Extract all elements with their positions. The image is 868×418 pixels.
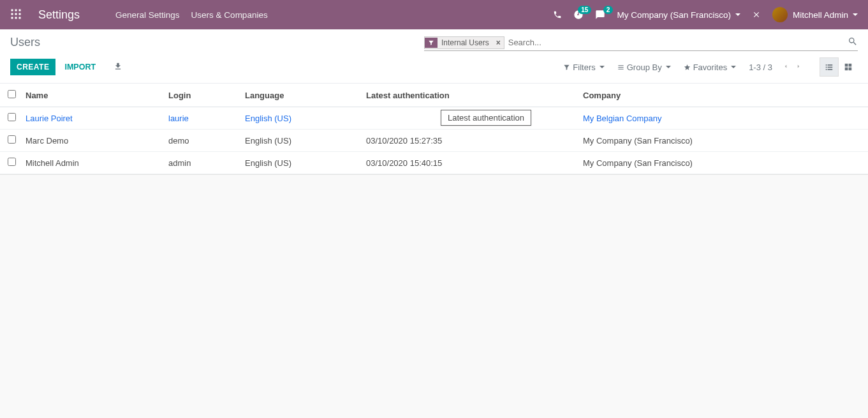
row-checkbox-cell — [0, 152, 23, 174]
cp-tools: Filters Group By Favorites 1-3 / 3 — [563, 57, 858, 77]
export-icon[interactable] — [114, 62, 122, 73]
nav-right: 15 2 My Company (San Francisco) Mitchell… — [553, 7, 858, 22]
facet-label: Internal Users — [438, 37, 493, 49]
svg-rect-8 — [19, 17, 21, 19]
nav-left: Settings General Settings Users & Compan… — [10, 8, 268, 22]
cell-latest-auth[interactable]: 03/10/2020 15:40:15 — [361, 152, 578, 174]
cp-row-bottom: CREATE IMPORT Filters Group By Favorites — [0, 54, 868, 83]
svg-rect-12 — [849, 68, 852, 71]
svg-rect-5 — [19, 13, 21, 15]
header-language[interactable]: Language — [240, 84, 361, 107]
activity-icon[interactable]: 15 — [573, 10, 584, 20]
svg-rect-4 — [15, 13, 17, 15]
table-bottom-border — [0, 174, 868, 175]
cell-name[interactable]: Laurie Poiret — [23, 107, 163, 130]
groupby-label: Group By — [627, 63, 662, 72]
user-menu[interactable]: Mitchell Admin — [772, 7, 858, 22]
svg-rect-7 — [15, 17, 17, 19]
search-facet: Internal Users × — [424, 36, 504, 49]
app-brand[interactable]: Settings — [38, 8, 80, 22]
filters-dropdown[interactable]: Filters — [563, 63, 604, 72]
avatar — [772, 7, 788, 22]
search-wrap: Internal Users × — [424, 36, 858, 51]
cell-login[interactable]: laurie — [163, 107, 240, 130]
users-table: Name Login Language Latest authenticatio… — [0, 84, 868, 174]
table-row[interactable]: Marc DemodemoEnglish (US)03/10/2020 15:2… — [0, 130, 868, 152]
import-button[interactable]: IMPORT — [58, 59, 102, 75]
svg-rect-6 — [11, 17, 13, 19]
row-checkbox[interactable] — [8, 135, 16, 144]
activity-badge: 15 — [578, 6, 591, 14]
row-checkbox-cell — [0, 107, 23, 130]
table-row[interactable]: Laurie PoiretlaurieEnglish (US)Latest au… — [0, 107, 868, 130]
row-checkbox-cell — [0, 130, 23, 152]
cell-language[interactable]: English (US) — [240, 152, 361, 174]
menu-general-settings[interactable]: General Settings — [115, 10, 180, 20]
pager-next[interactable] — [795, 62, 802, 73]
view-kanban-button[interactable] — [839, 57, 858, 77]
navbar: Settings General Settings Users & Compan… — [0, 0, 868, 29]
svg-rect-10 — [849, 64, 852, 67]
caret-down-icon — [853, 13, 858, 16]
header-company[interactable]: Company — [578, 84, 868, 107]
cell-language[interactable]: English (US) — [240, 107, 361, 130]
header-name[interactable]: Name — [23, 84, 163, 107]
svg-rect-1 — [15, 9, 17, 11]
apps-icon[interactable] — [10, 8, 22, 22]
nav-menu: General Settings Users & Companies — [115, 10, 268, 20]
create-button[interactable]: CREATE — [10, 59, 55, 75]
menu-users-companies[interactable]: Users & Companies — [191, 10, 268, 20]
caret-down-icon — [600, 66, 605, 68]
cell-latest-auth[interactable]: Latest authentication — [361, 107, 578, 130]
header-latest-auth[interactable]: Latest authentication — [361, 84, 578, 107]
search-box[interactable]: Internal Users × — [424, 36, 858, 51]
cell-name[interactable]: Marc Demo — [23, 130, 163, 152]
caret-down-icon — [666, 66, 671, 68]
funnel-icon — [425, 38, 438, 48]
search-input[interactable] — [504, 36, 844, 49]
cell-latest-auth[interactable]: 03/10/2020 15:27:35 — [361, 130, 578, 152]
list-view: Name Login Language Latest authenticatio… — [0, 84, 868, 174]
caret-down-icon — [731, 66, 736, 68]
row-checkbox[interactable] — [8, 158, 16, 166]
discuss-badge: 2 — [603, 6, 614, 14]
pager-text[interactable]: 1-3 / 3 — [749, 63, 772, 72]
caret-down-icon — [735, 13, 740, 16]
select-all-checkbox[interactable] — [8, 90, 16, 98]
header-checkbox-cell — [0, 84, 23, 107]
cell-company[interactable]: My Company (San Francisco) — [578, 130, 868, 152]
facet-remove[interactable]: × — [493, 38, 504, 47]
cell-company[interactable]: My Belgian Company — [578, 107, 868, 130]
cell-login[interactable]: demo — [163, 130, 240, 152]
cell-name[interactable]: Mitchell Admin — [23, 152, 163, 174]
table-header-row: Name Login Language Latest authenticatio… — [0, 84, 868, 107]
header-login[interactable]: Login — [163, 84, 240, 107]
view-switcher — [820, 57, 858, 77]
filters-label: Filters — [573, 63, 595, 72]
debug-icon[interactable] — [752, 10, 761, 19]
favorites-dropdown[interactable]: Favorites — [684, 63, 736, 72]
pager-side: 1-3 / 3 — [749, 57, 858, 77]
svg-rect-11 — [845, 68, 848, 71]
breadcrumb: Users — [10, 36, 40, 49]
table-row[interactable]: Mitchell AdminadminEnglish (US)03/10/202… — [0, 152, 868, 174]
cell-company[interactable]: My Company (San Francisco) — [578, 152, 868, 174]
groupby-dropdown[interactable]: Group By — [617, 63, 671, 72]
user-name: Mitchell Admin — [793, 10, 848, 20]
pager-prev[interactable] — [783, 62, 789, 73]
cell-login[interactable]: admin — [163, 152, 240, 174]
svg-rect-2 — [19, 9, 21, 11]
company-name: My Company (San Francisco) — [617, 10, 731, 20]
view-list-button[interactable] — [820, 57, 839, 77]
tooltip-latest-auth: Latest authentication — [441, 110, 531, 126]
svg-rect-3 — [11, 13, 13, 15]
search-icon[interactable] — [848, 36, 858, 49]
cell-language[interactable]: English (US) — [240, 130, 361, 152]
svg-rect-9 — [845, 64, 848, 67]
discuss-icon[interactable]: 2 — [595, 10, 605, 20]
svg-rect-0 — [11, 9, 13, 11]
row-checkbox[interactable] — [8, 113, 16, 121]
phone-icon[interactable] — [553, 10, 562, 19]
favorites-label: Favorites — [693, 63, 727, 72]
company-switcher[interactable]: My Company (San Francisco) — [617, 10, 740, 20]
